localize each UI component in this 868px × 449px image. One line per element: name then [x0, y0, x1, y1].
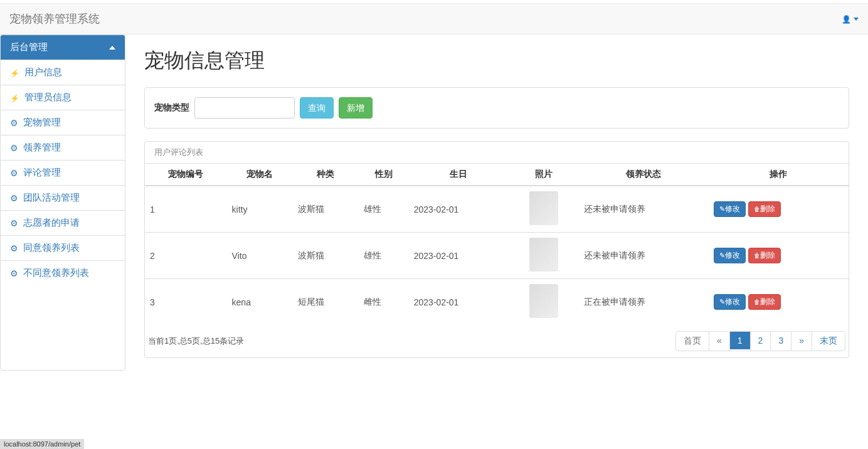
table-cell: Vito	[227, 233, 293, 279]
table-cell: 2	[145, 233, 227, 279]
table-cell: 雌性	[359, 279, 409, 325]
ops-cell: 修改删除	[709, 186, 849, 233]
edit-button[interactable]: 修改	[714, 248, 746, 263]
table-cell: 2023-02-01	[409, 186, 509, 233]
sidebar-item-label: 志愿者的申请	[23, 217, 80, 229]
table-cell: 2023-02-01	[409, 233, 509, 279]
page-info: 当前1页,总5页,总15条记录	[148, 335, 244, 347]
sitemap-icon	[10, 142, 18, 153]
pencil-icon	[719, 297, 725, 306]
table-cell: 雄性	[359, 233, 409, 279]
table-cell: 波斯猫	[293, 233, 359, 279]
sidebar-item-2[interactable]: 宠物管理	[1, 110, 125, 135]
table-cell: 波斯猫	[293, 186, 359, 233]
sidebar-header[interactable]: 后台管理	[1, 35, 125, 60]
delete-button[interactable]: 删除	[748, 201, 781, 217]
sidebar-item-label: 管理员信息	[24, 92, 71, 103]
sidebar-item-8[interactable]: 不同意领养列表	[1, 260, 125, 285]
page-3[interactable]: 3	[771, 332, 791, 349]
page-next[interactable]: »	[791, 332, 812, 349]
table-cell: 短尾猫	[293, 279, 359, 325]
page-2[interactable]: 2	[751, 332, 771, 349]
list-panel-title: 用户评论列表	[145, 142, 849, 163]
pet-photo	[529, 284, 558, 318]
pagination: 首页«123»末页	[676, 331, 845, 351]
delete-button[interactable]: 删除	[748, 248, 781, 263]
main-content: 宠物信息管理 宠物类型 查询 新增 用户评论列表 宠物编号宠物名种类性别生日照片…	[125, 34, 868, 371]
photo-cell	[509, 279, 579, 325]
sitemap-icon	[10, 117, 18, 128]
status-cell: 正在被申请领养	[579, 279, 709, 325]
table-cell: 3	[145, 279, 227, 325]
table-header: 照片	[509, 164, 579, 186]
sitemap-icon	[10, 193, 18, 203]
table-header: 操作	[709, 164, 849, 186]
table-cell: 1	[145, 186, 227, 233]
trash-icon	[754, 204, 760, 213]
sidebar-item-4[interactable]: 评论管理	[1, 160, 125, 185]
table-cell: kena	[227, 279, 293, 325]
sitemap-icon	[10, 268, 18, 278]
table-header: 种类	[293, 164, 359, 186]
status-cell: 还未被申请领养	[579, 186, 709, 233]
sidebar-item-label: 团队活动管理	[23, 192, 80, 204]
page-last[interactable]: 末页	[812, 332, 845, 351]
filter-input[interactable]	[194, 97, 295, 119]
page-prev: «	[709, 332, 729, 349]
table-header: 生日	[409, 164, 509, 186]
edit-button[interactable]: 修改	[714, 201, 746, 217]
table-row: 1kitty波斯猫雄性2023-02-01还未被申请领养修改删除	[145, 186, 849, 233]
sidebar-item-0[interactable]: 用户信息	[1, 60, 125, 85]
sidebar-item-label: 评论管理	[23, 167, 61, 179]
sidebar-item-3[interactable]: 领养管理	[1, 135, 125, 160]
search-button[interactable]: 查询	[300, 97, 334, 119]
table-row: 3kena短尾猫雌性2023-02-01正在被申请领养修改删除	[145, 279, 849, 325]
table-header: 性别	[359, 164, 409, 186]
table-cell: 2023-02-01	[409, 279, 509, 325]
sidebar-item-label: 不同意领养列表	[23, 267, 89, 279]
sidebar-item-6[interactable]: 志愿者的申请	[1, 210, 125, 235]
navbar-brand[interactable]: 宠物领养管理系统	[9, 11, 100, 26]
navbar-user-menu[interactable]	[842, 14, 859, 24]
ops-cell: 修改删除	[709, 279, 849, 325]
sidebar: 后台管理 用户信息管理员信息宠物管理领养管理评论管理团队活动管理志愿者的申请同意…	[0, 34, 125, 371]
status-cell: 还未被申请领养	[579, 233, 709, 279]
table-cell: 雄性	[359, 186, 409, 233]
sidebar-item-label: 宠物管理	[23, 117, 61, 129]
pencil-icon	[719, 251, 725, 260]
add-button[interactable]: 新增	[339, 97, 373, 119]
sidebar-item-label: 领养管理	[23, 142, 61, 154]
filter-panel: 宠物类型 查询 新增	[144, 87, 849, 129]
sidebar-item-label: 用户信息	[24, 66, 62, 78]
pet-photo	[529, 191, 558, 225]
pet-table: 宠物编号宠物名种类性别生日照片领养状态操作 1kitty波斯猫雄性2023-02…	[145, 163, 849, 325]
page-title: 宠物信息管理	[144, 47, 849, 75]
user-icon	[842, 14, 851, 24]
trash-icon	[754, 297, 760, 306]
page-first: 首页	[676, 332, 709, 351]
bolt-icon	[10, 92, 19, 103]
chevron-up-icon	[109, 46, 115, 50]
sitemap-icon	[10, 167, 18, 178]
sitemap-icon	[10, 243, 18, 253]
table-header: 领养状态	[579, 164, 709, 186]
table-row: 2Vito波斯猫雄性2023-02-01还未被申请领养修改删除	[145, 233, 849, 279]
pencil-icon	[719, 204, 725, 213]
photo-cell	[509, 186, 579, 233]
filter-label: 宠物类型	[154, 102, 189, 114]
table-cell: kitty	[227, 186, 293, 233]
edit-button[interactable]: 修改	[714, 294, 746, 310]
list-panel: 用户评论列表 宠物编号宠物名种类性别生日照片领养状态操作 1kitty波斯猫雄性…	[144, 141, 849, 358]
page-1[interactable]: 1	[730, 332, 750, 349]
sitemap-icon	[10, 218, 18, 228]
ops-cell: 修改删除	[709, 233, 849, 279]
sidebar-item-5[interactable]: 团队活动管理	[1, 185, 125, 210]
sidebar-item-7[interactable]: 同意领养列表	[1, 235, 125, 260]
delete-button[interactable]: 删除	[748, 294, 781, 310]
table-header: 宠物名	[227, 164, 293, 186]
sidebar-header-label: 后台管理	[10, 41, 48, 53]
bolt-icon	[10, 67, 19, 78]
navbar: 宠物领养管理系统	[0, 3, 868, 34]
sidebar-item-1[interactable]: 管理员信息	[1, 85, 125, 110]
table-header: 宠物编号	[145, 164, 227, 186]
